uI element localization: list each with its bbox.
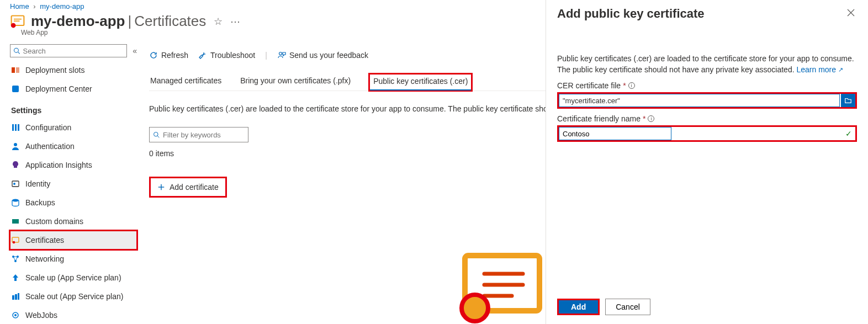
sidebar-item-label: Deployment slots	[25, 66, 84, 75]
sidebar-item-identity[interactable]: Identity	[10, 174, 137, 193]
more-icon[interactable]: ⋯	[230, 15, 240, 28]
backups-icon	[11, 198, 20, 207]
external-link-icon: ↗	[838, 64, 843, 75]
app-icon	[10, 14, 25, 29]
filter-input[interactable]	[163, 131, 248, 139]
sidebar: « Deployment slots Deployment Center Set…	[0, 44, 138, 324]
configuration-icon	[11, 123, 20, 132]
svg-point-29	[154, 132, 158, 136]
panel-learn-more-link[interactable]: Learn more ↗	[796, 65, 843, 74]
favorite-icon[interactable]: ☆	[214, 15, 223, 28]
valid-check-icon: ✓	[845, 129, 852, 138]
custom-domains-icon	[11, 217, 20, 226]
browse-file-button[interactable]	[841, 94, 855, 107]
panel-description: Public key certificates (.cer) are loade…	[557, 53, 857, 76]
add-certificate-panel: Add public key certificate Public key ce…	[546, 0, 868, 324]
sidebar-item-certificates[interactable]: Certificates	[10, 231, 137, 249]
friendly-name-input[interactable]	[559, 127, 671, 140]
svg-point-4	[14, 48, 19, 52]
svg-line-5	[18, 52, 20, 54]
application-insights-icon	[11, 161, 20, 169]
sidebar-item-webjobs[interactable]: WebJobs	[10, 306, 137, 324]
sidebar-item-deployment-slots[interactable]: Deployment slots	[10, 61, 137, 79]
breadcrumb-home[interactable]: Home	[10, 2, 29, 10]
info-icon[interactable]: i	[628, 82, 635, 89]
sidebar-item-custom-domains[interactable]: Custom domains	[10, 212, 137, 231]
svg-point-12	[14, 143, 17, 146]
tab-managed-certificates[interactable]: Managed certificates	[149, 72, 223, 91]
tab-public-key-certificates[interactable]: Public key certificates (.cer)	[368, 73, 473, 92]
troubleshoot-icon	[198, 51, 207, 60]
sidebar-item-scale-out[interactable]: Scale out (App Service plan)	[10, 287, 137, 306]
scale-out-icon	[11, 292, 20, 301]
troubleshoot-button[interactable]: Troubleshoot	[198, 51, 255, 60]
sidebar-search[interactable]	[10, 44, 127, 57]
close-button[interactable]	[845, 7, 857, 21]
sidebar-item-deployment-center[interactable]: Deployment Center	[10, 79, 137, 98]
sidebar-item-label: Application Insights	[25, 161, 92, 169]
sidebar-item-configuration[interactable]: Configuration	[10, 118, 137, 137]
certificates-icon	[11, 236, 20, 245]
required-indicator: *	[643, 114, 645, 123]
cer-file-field: "mycertificate.cer"	[557, 92, 857, 109]
svg-point-27	[14, 314, 17, 316]
authentication-icon	[11, 142, 20, 151]
sidebar-item-label: Identity	[25, 179, 50, 188]
refresh-label: Refresh	[161, 51, 188, 60]
feedback-icon	[277, 51, 286, 60]
cer-file-label: CER certificate file * i	[557, 81, 857, 90]
search-icon	[13, 47, 20, 55]
feedback-label: Send us your feedback	[289, 51, 368, 60]
panel-learn-more-label: Learn more	[796, 65, 836, 74]
svg-rect-6	[12, 67, 15, 73]
sidebar-search-input[interactable]	[23, 47, 127, 55]
sidebar-item-label: Custom domains	[25, 217, 83, 226]
svg-point-3	[11, 23, 16, 28]
friendly-name-label-text: Certificate friendly name	[557, 114, 641, 123]
search-icon	[153, 131, 160, 139]
collapse-sidebar-icon[interactable]: «	[133, 46, 137, 55]
add-certificate-button[interactable]: Add certificate	[149, 177, 227, 198]
filter-box[interactable]	[149, 127, 248, 142]
svg-rect-10	[15, 124, 17, 131]
svg-rect-25	[18, 293, 19, 300]
cer-file-input[interactable]: "mycertificate.cer"	[559, 94, 840, 107]
sidebar-item-authentication[interactable]: Authentication	[10, 137, 137, 156]
sidebar-item-label: Authentication	[25, 142, 75, 151]
panel-footer: Add Cancel	[557, 292, 857, 324]
feedback-button[interactable]: Send us your feedback	[277, 51, 368, 60]
svg-rect-9	[12, 124, 14, 131]
toolbar-separator: |	[265, 51, 267, 60]
refresh-button[interactable]: Refresh	[149, 51, 188, 60]
title-divider: |	[128, 13, 131, 30]
add-button[interactable]: Add	[557, 299, 600, 315]
page-title: Certificates	[134, 13, 206, 30]
deployment-slots-icon	[11, 66, 20, 75]
sidebar-item-networking[interactable]: Networking	[10, 249, 137, 268]
friendly-name-field: ✓	[557, 125, 857, 142]
certificate-illustration	[459, 253, 542, 324]
breadcrumb-app[interactable]: my-demo-app	[40, 2, 84, 10]
svg-point-37	[462, 295, 488, 321]
sidebar-item-application-insights[interactable]: Application Insights	[10, 156, 137, 174]
networking-icon	[11, 254, 20, 263]
info-icon[interactable]: i	[648, 115, 654, 122]
refresh-icon	[149, 51, 158, 60]
tab-byoc[interactable]: Bring your own certificates (.pfx)	[239, 72, 352, 91]
panel-title: Add public key certificate	[557, 7, 705, 21]
add-certificate-label: Add certificate	[170, 183, 219, 192]
cancel-button[interactable]: Cancel	[605, 299, 650, 315]
svg-line-30	[157, 136, 159, 137]
sidebar-item-backups[interactable]: Backups	[10, 193, 137, 212]
breadcrumb-separator: ›	[33, 2, 35, 10]
identity-icon	[11, 179, 20, 188]
scale-up-icon	[11, 273, 20, 282]
svg-rect-22	[14, 278, 17, 281]
svg-rect-8	[12, 86, 19, 92]
sidebar-item-label: Scale up (App Service plan)	[25, 273, 121, 282]
deployment-center-icon	[11, 84, 20, 93]
svg-rect-11	[18, 124, 19, 131]
sidebar-item-scale-up[interactable]: Scale up (App Service plan)	[10, 268, 137, 287]
friendly-name-label: Certificate friendly name * i	[557, 114, 857, 123]
sidebar-item-label: WebJobs	[25, 311, 57, 320]
